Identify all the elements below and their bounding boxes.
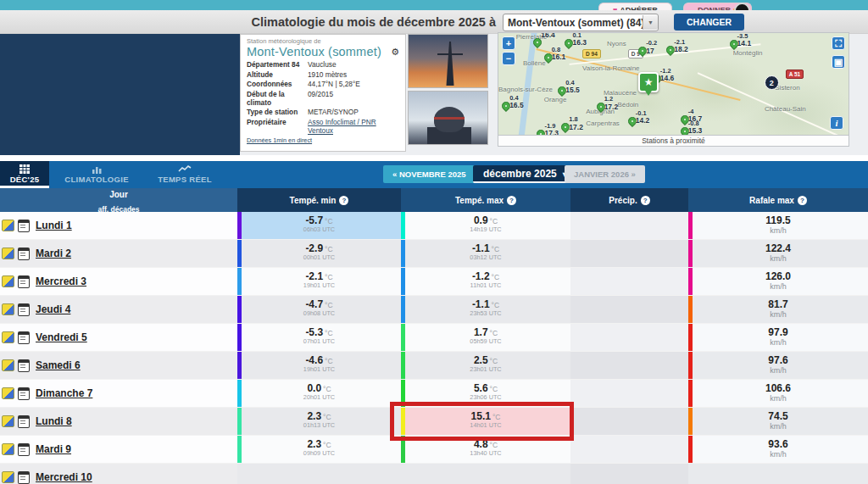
help-icon[interactable]: ? [641,196,650,205]
current-month-dropdown[interactable]: décembre 2025▼ [473,165,579,183]
temp-min-cell: -5.3°C07h01 UTC [237,324,401,351]
marker-values: -2.118.2 [674,39,688,54]
zoom-out-button[interactable]: − [502,52,515,65]
climate-sheet-icon[interactable] [2,415,14,427]
day-link[interactable]: Mardi 9 [36,443,71,455]
day-link[interactable]: Samedi 6 [36,359,81,371]
calendar-icon[interactable] [18,331,30,344]
table-row: Jeudi 4-4.7°C09h08 UTC-1.1°C23h53 UTC81.… [0,296,868,324]
climate-sheet-icon[interactable] [2,443,14,455]
temp-time: 05h59 UTC [401,338,570,346]
calendar-icon[interactable] [18,443,30,456]
day-cell: Mercredi 10 [0,464,237,484]
zoom-in-button[interactable]: + [502,36,515,50]
day-link[interactable]: Dimanche 7 [36,387,92,399]
temp-value: 2.3°C [237,408,401,422]
day-link[interactable]: Lundi 8 [36,415,72,427]
day-link[interactable]: Mercredi 3 [36,275,86,287]
fullscreen-button[interactable]: ⛶ [832,36,845,50]
day-link[interactable]: Lundi 1 [36,220,72,231]
day-cell: Samedi 6 [0,352,237,379]
day-link[interactable]: Mercredi 10 [36,471,92,483]
station-photo-observatory[interactable] [408,91,488,145]
temp-max-header-label: Tempé. max [455,196,504,205]
gust-scale-stripe [688,352,693,379]
climate-sheet-icon[interactable] [2,220,14,231]
stations-map[interactable]: PierrelatteNyonsBollèneVaison-la-Romaine… [498,32,849,136]
station-overview-band: Station météorologique de Mont-Ventoux (… [0,34,868,155]
marker-values: -0.815.3 [688,120,703,136]
help-icon[interactable]: ? [798,196,807,205]
map-info-button[interactable]: i [830,116,843,130]
climate-sheet-icon[interactable] [2,248,14,259]
gust-unit: km/h [688,282,868,292]
precip-cell [570,212,688,239]
calendar-icon[interactable] [18,220,30,232]
gust-unit: km/h [688,450,868,459]
help-icon[interactable]: ? [507,196,516,205]
precip-cell [570,436,688,463]
table-row: Mardi 92.3°C09h09 UTC4.8°C13h40 UTC93.6k… [0,436,868,464]
table-row: Samedi 6-4.6°C19h01 UTC2.5°C23h01 UTC97.… [0,352,868,380]
temp-max-column-header: Tempé. max? [401,188,570,212]
field-value[interactable]: Asso Infoclimat / PNR Ventoux [308,119,399,135]
selected-station-marker[interactable]: ★ [638,72,659,92]
temp-value: 5.6°C [401,380,570,394]
gust-cell: 119.5km/h [688,212,868,239]
changer-button[interactable]: CHANGER [674,14,744,31]
precip-column-header: Précip.? [570,188,688,212]
climate-sheet-icon[interactable] [2,359,14,371]
table-row: Mercredi 10 [0,464,868,484]
day-column-header: Jour aff. décades [0,188,237,212]
climate-sheet-icon[interactable] [2,331,14,343]
map-place-label: Bollène [523,59,546,67]
gust-scale-stripe [688,268,693,295]
precip-cell [570,240,688,267]
field-value: Vaucluse [308,61,399,70]
day-link[interactable]: Jeudi 4 [36,303,70,315]
temp-min-cell: 2.3°C01h13 UTC [237,408,401,435]
marker-values: 0.116.3 [572,32,587,47]
temp-max-cell: -1.1°C03h12 UTC [401,240,570,267]
tab-climatologie[interactable]: CLIMATOLOGIE [49,161,144,188]
page-title: Climatologie du mois de décembre 2025 à [0,15,496,29]
day-link[interactable]: Mardi 2 [36,248,71,259]
temp-max-cell: 4.8°C13h40 UTC [401,436,570,463]
calendar-icon[interactable] [18,387,30,400]
climate-sheet-icon[interactable] [2,387,14,399]
calendar-icon[interactable] [18,471,30,484]
calendar-icon[interactable] [18,303,30,316]
gear-icon[interactable]: ⚙ [391,47,399,58]
prev-month-button[interactable]: « NOVEMBRE 2025 [383,165,476,183]
day-cell: Lundi 8 [0,408,237,435]
calendar-icon[interactable] [18,275,30,288]
calendar-icon[interactable] [18,248,30,260]
day-cell: Mercredi 3 [0,268,237,295]
climate-sheet-icon[interactable] [2,275,14,287]
temp-min-cell: -2.9°C00h01 UTC [237,240,401,267]
marker-values: 0.415.5 [565,80,580,95]
live-data-link[interactable]: Données 1min en direct [247,136,399,144]
calendar-grid-icon [19,164,30,174]
climate-sheet-icon[interactable] [2,471,14,483]
field-value: 09/2015 [308,91,399,107]
next-month-button[interactable]: JANVIER 2026 » [565,165,645,183]
day-link[interactable]: Vendredi 5 [36,331,87,343]
station-select[interactable]: Mont-Ventoux (sommet) (84) ▼ [503,14,659,31]
temp-value: 1.7°C [401,324,570,338]
temp-scale-stripe [401,380,405,407]
tab-dec25[interactable]: DÉC'25 [0,161,49,188]
marker-values: -1.214.6 [660,68,675,83]
layers-button[interactable]: ▣ [832,55,845,69]
station-photo-mast[interactable] [408,34,488,88]
table-row: Mercredi 3-2.1°C19h01 UTC-1.2°C11h01 UTC… [0,268,868,296]
tab-temps-reel[interactable]: TEMPS RÉEL [144,161,225,188]
temp-scale-stripe [237,240,242,267]
navy-side-panel [0,34,240,155]
gust-cell: 93.6km/h [688,436,868,463]
help-icon[interactable]: ? [339,196,348,205]
calendar-icon[interactable] [18,415,30,428]
climate-sheet-icon[interactable] [2,303,14,315]
tab-temps-reel-label: TEMPS RÉEL [158,175,212,184]
calendar-icon[interactable] [18,359,30,372]
